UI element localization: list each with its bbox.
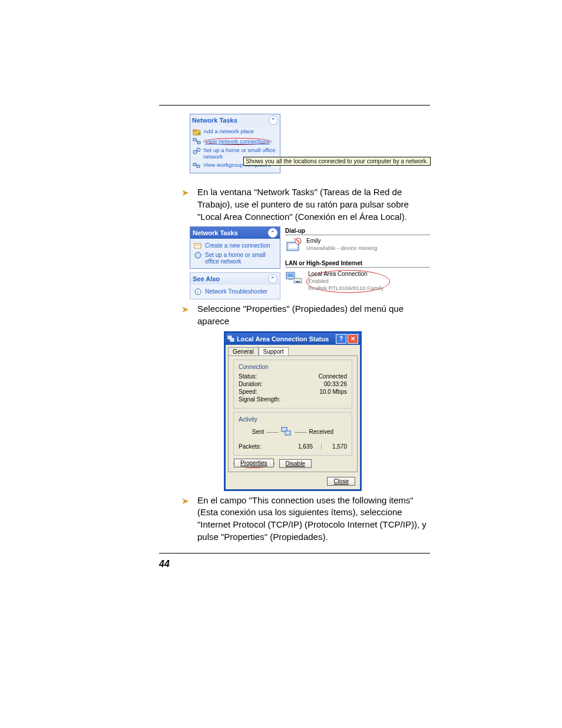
dialog-title: Local Area Connection Status: [237, 335, 329, 342]
task-setup-home-network[interactable]: Set up a home or small office network: [194, 251, 276, 266]
connection-name: Emily: [306, 238, 377, 245]
speed-value: 10.0 Mbps: [319, 388, 347, 395]
task-add-network-place[interactable]: + Add a network place: [193, 127, 277, 137]
collapse-icon[interactable]: ⌃: [268, 228, 277, 238]
connection-device: Realtek RTL8169/8110 Family: [308, 285, 384, 291]
connection-status: Enabled: [308, 278, 384, 284]
speed-label: Speed:: [239, 388, 257, 395]
svg-rect-26: [230, 338, 234, 341]
lan-connection[interactable]: Local Area Connection Enabled Realtek RT…: [285, 270, 430, 293]
svg-rect-28: [285, 431, 290, 435]
connection-legend: Connection: [237, 364, 270, 370]
connection-status: Unavailable - device missing: [306, 245, 377, 251]
svg-point-8: [197, 148, 200, 151]
received-label: Received: [309, 429, 333, 435]
new-connection-icon: [194, 242, 202, 249]
svg-point-7: [193, 150, 197, 154]
tab-general[interactable]: General: [228, 347, 259, 355]
packets-received: 1,570: [332, 443, 347, 450]
bullet-text: En la ventana "Network Tasks" (Tareas de…: [197, 186, 430, 223]
bullet-text: Seleccione "Properties" (Propiedades) de…: [197, 303, 430, 327]
network-icon: [227, 335, 234, 343]
svg-rect-10: [197, 165, 200, 167]
svg-text:i: i: [197, 289, 199, 295]
signal-label: Signal Strength:: [239, 396, 280, 403]
svg-rect-22: [289, 279, 292, 280]
svg-rect-11: [194, 243, 201, 248]
top-rule: [159, 105, 430, 106]
duration-label: Duration:: [239, 381, 263, 387]
help-button[interactable]: ?: [336, 334, 346, 344]
svg-rect-4: [193, 139, 196, 141]
task-label: Add a network place: [203, 129, 254, 134]
group-dialup: Dial-up: [285, 228, 430, 235]
collapse-icon[interactable]: ⌃: [269, 116, 278, 125]
lan-icon: [285, 270, 303, 286]
svg-rect-21: [287, 274, 293, 277]
figure-connections-window: Network Tasks ⌃ Create a new connection …: [190, 226, 430, 299]
close-button[interactable]: ✕: [348, 334, 358, 344]
network-icon: [193, 138, 201, 145]
info-icon: i: [194, 288, 202, 295]
task-label: Set up a home or small office network: [205, 252, 276, 265]
bottom-rule: [159, 553, 430, 554]
computers-icon: [193, 162, 201, 169]
sent-label: Sent: [252, 429, 265, 435]
packets-label: Packets:: [239, 443, 261, 450]
dialup-icon: [285, 238, 303, 254]
activity-icon: [280, 426, 292, 438]
see-also-troubleshooter[interactable]: i Network Troubleshooter: [194, 287, 276, 297]
group-lan: LAN or High-Speed Internet: [285, 260, 430, 268]
disable-button[interactable]: Disable: [279, 459, 312, 468]
svg-rect-9: [193, 163, 196, 166]
svg-rect-24: [296, 281, 300, 282]
task-view-connections[interactable]: View network connections: [193, 137, 277, 146]
dialup-connection[interactable]: Emily Unavailable - device missing: [285, 238, 430, 254]
lac-status-dialog: Local Area Connection Status ? ✕ General…: [224, 331, 362, 491]
svg-rect-1: [193, 130, 196, 131]
svg-point-13: [195, 252, 201, 258]
panel-header: Network Tasks: [193, 229, 238, 236]
figure-network-tasks-panel: Network Tasks ⌃ + Add a network place Vi…: [190, 114, 430, 173]
bullet-arrow-icon: ➤: [181, 495, 189, 543]
dash-icon: ——: [266, 429, 278, 435]
dash-icon: ——: [295, 429, 306, 435]
packets-sent: 1,635: [298, 443, 322, 450]
home-network-icon: [194, 252, 202, 259]
svg-rect-17: [289, 244, 297, 248]
see-also-panel: See Also ⌃ i Network Troubleshooter: [190, 272, 280, 299]
item-label: Network Troubleshooter: [205, 288, 267, 295]
collapse-icon[interactable]: ⌃: [268, 274, 277, 284]
task-create-connection[interactable]: Create a new connection: [194, 241, 276, 251]
duration-value: 00:33:26: [324, 381, 347, 387]
activity-legend: Activity: [237, 416, 259, 423]
tab-support[interactable]: Support: [259, 347, 289, 355]
status-label: Status:: [239, 373, 257, 380]
bullet-arrow-icon: ➤: [181, 303, 189, 327]
panel-header: See Also: [193, 275, 220, 282]
properties-button[interactable]: Properties: [234, 459, 274, 467]
network-tasks-header: Network Tasks: [192, 117, 237, 124]
bullet-text: En el campo "This connection uses the fo…: [197, 495, 430, 543]
status-value: Connected: [319, 373, 347, 380]
connection-name: Local Area Connection: [308, 271, 384, 278]
bullet-arrow-icon: ➤: [181, 186, 189, 223]
folder-add-icon: +: [193, 129, 201, 136]
tooltip: Shows you all the locations connected to…: [243, 157, 431, 166]
home-network-icon: [193, 147, 201, 154]
task-label: Create a new connection: [205, 242, 270, 249]
network-tasks-panel2: Network Tasks ⌃ Create a new connection …: [190, 226, 280, 269]
close-button[interactable]: Close: [327, 477, 355, 486]
page-number: 44: [159, 559, 170, 569]
task-label: View network connections: [203, 138, 272, 145]
